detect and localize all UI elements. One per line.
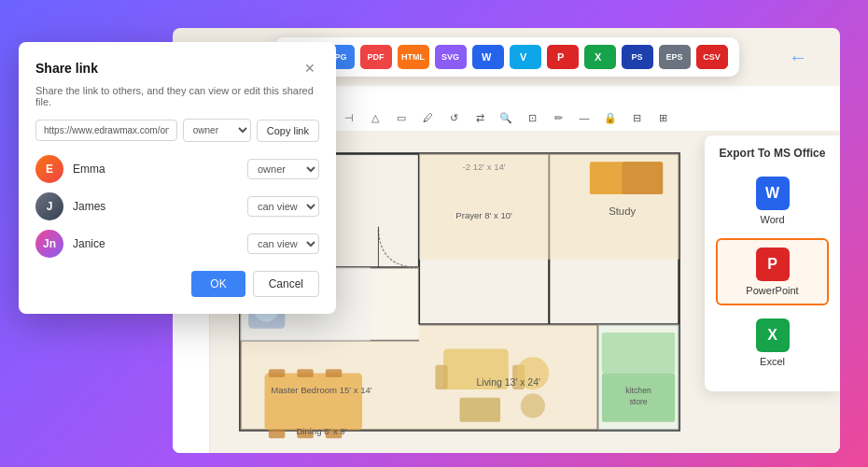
dialog-actions: OK Cancel <box>35 271 319 297</box>
svg-text:X: X <box>595 51 602 63</box>
export-panel: Export To MS Office W Word P PowerPoint … <box>705 135 840 391</box>
ps-button[interactable]: PS <box>622 45 653 69</box>
dialog-header: Share link ✕ <box>35 59 319 78</box>
svg-text:P: P <box>557 51 564 63</box>
svg-text:Master Bedroom 15' x 14': Master Bedroom 15' x 14' <box>271 385 372 395</box>
rect-tool[interactable]: ▭ <box>391 107 412 128</box>
lock-tool[interactable]: 🔒 <box>600 107 621 128</box>
frame-tool[interactable]: ⊟ <box>626 107 647 128</box>
svg-text:Study: Study <box>609 205 636 217</box>
role-select-james[interactable]: owner can edit can view <box>247 196 319 217</box>
line-tool[interactable]: ⊣ <box>339 107 359 128</box>
eps-button[interactable]: EPS <box>659 45 691 69</box>
zoom-in-tool[interactable]: 🔍 <box>496 107 516 128</box>
permission-select[interactable]: owner can edit can view <box>183 119 251 142</box>
svg-button[interactable]: SVG <box>435 45 467 69</box>
dash-tool[interactable]: — <box>574 107 595 128</box>
excel-icon: X <box>756 318 790 352</box>
svg-rect-34 <box>269 431 285 439</box>
link-input[interactable] <box>35 120 177 141</box>
svg-rect-32 <box>297 369 313 377</box>
user-row-emma: E Emma owner can edit can view <box>35 155 319 183</box>
format-toolbar: TIFF JPG PDF HTML SVG W V P X PS EPS CSV <box>274 37 739 77</box>
svg-rect-31 <box>269 369 285 377</box>
powerpoint-label: PowerPoint <box>746 285 798 296</box>
svg-text:V: V <box>520 51 527 63</box>
rotate-tool[interactable]: ↺ <box>443 107 464 128</box>
word-icon: W <box>756 177 790 210</box>
excel-format-button[interactable]: X <box>584 45 616 69</box>
svg-rect-25 <box>435 365 447 389</box>
excel-label: Excel <box>760 356 785 367</box>
export-excel-item[interactable]: X Excel <box>716 311 829 375</box>
fill-tool[interactable]: 🖊 <box>417 107 438 128</box>
avatar-janice: Jn <box>35 230 63 258</box>
svg-point-29 <box>521 393 545 417</box>
copy-link-button[interactable]: Copy link <box>257 120 319 142</box>
svg-rect-27 <box>460 398 501 422</box>
user-name-janice: Janice <box>73 237 247 250</box>
svg-text:kitchen: kitchen <box>625 386 651 395</box>
close-button[interactable]: ✕ <box>301 59 319 78</box>
csv-button[interactable]: CSV <box>696 45 728 69</box>
pdf-button[interactable]: PDF <box>360 45 392 69</box>
user-name-james: James <box>73 200 247 213</box>
export-word-item[interactable]: W Word <box>716 169 829 233</box>
dialog-title: Share link <box>35 61 98 76</box>
svg-text:store: store <box>629 397 647 406</box>
crop-tool[interactable]: ⊡ <box>522 107 542 128</box>
word-format-button[interactable]: W <box>472 45 504 69</box>
role-select-emma[interactable]: owner can edit can view <box>247 159 319 179</box>
svg-text:W: W <box>482 51 492 63</box>
export-panel-title: Export To MS Office <box>716 147 829 160</box>
word-label: Word <box>760 214 784 225</box>
svg-text:Dining 8' x 9': Dining 8' x 9' <box>296 426 346 436</box>
svg-text:Prayer 8' x 10': Prayer 8' x 10' <box>455 210 512 220</box>
ppt-button[interactable]: P <box>547 45 579 69</box>
svg-rect-19 <box>623 162 664 194</box>
flip-tool[interactable]: ⇄ <box>469 107 490 128</box>
pen-tool[interactable]: ✏ <box>548 107 568 128</box>
share-dialog: Share link ✕ Share the link to others, a… <box>19 42 336 314</box>
user-name-emma: Emma <box>73 163 247 176</box>
ok-button[interactable]: OK <box>191 271 245 297</box>
powerpoint-icon: P <box>756 248 790 281</box>
svg-text:-2 12' x 14': -2 12' x 14' <box>463 162 506 172</box>
html-button[interactable]: HTML <box>398 45 429 69</box>
cancel-button[interactable]: Cancel <box>253 271 319 297</box>
more-tool[interactable]: ⊞ <box>652 107 673 128</box>
triangle-tool[interactable]: △ <box>365 107 385 128</box>
dialog-description: Share the link to others, and they can v… <box>35 85 319 107</box>
link-row: owner can edit can view Copy link <box>35 119 319 142</box>
avatar-emma: E <box>35 155 63 183</box>
visio-button[interactable]: V <box>510 45 541 69</box>
svg-rect-33 <box>326 369 342 377</box>
svg-rect-30 <box>265 374 362 431</box>
avatar-james: J <box>35 192 63 220</box>
svg-rect-37 <box>602 333 675 374</box>
svg-text:Living 13' x 24': Living 13' x 24' <box>477 377 540 388</box>
user-row-james: J James owner can edit can view <box>35 192 319 220</box>
toolbar-arrow: ← <box>789 47 807 68</box>
user-row-janice: Jn Janice owner can edit can view <box>35 230 319 258</box>
export-powerpoint-item[interactable]: P PowerPoint <box>716 238 829 305</box>
role-select-janice[interactable]: owner can edit can view <box>247 234 319 254</box>
